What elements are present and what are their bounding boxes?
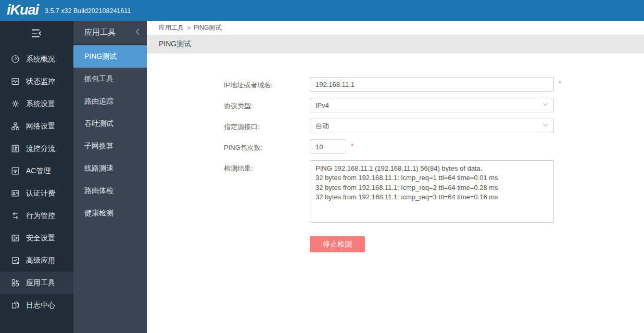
- sidebar-item[interactable]: 系统概况: [0, 48, 73, 70]
- breadcrumb-current: PING测试: [194, 23, 221, 32]
- firmware-version: 3.5.7 x32 Build202108241611: [45, 7, 131, 15]
- interface-selected-value: 自动: [315, 121, 329, 131]
- result-label: 检测结果:: [224, 160, 310, 173]
- sidebar-item-label: 网络设置: [26, 122, 55, 131]
- swap-arrows-icon: [10, 211, 20, 221]
- form-row-protocol: 协议类型: IPv4: [224, 98, 644, 112]
- sidebar-item-label: AC管理: [26, 166, 50, 176]
- page-title: PING测试: [159, 40, 191, 49]
- form-row-result: 检测结果: PING 192.168.11.1 (192.168.11.1) 5…: [224, 160, 644, 223]
- monitor-wave-icon: [10, 76, 20, 87]
- sidebar-item[interactable]: 日志中心: [0, 294, 73, 316]
- secondary-sidebar: 应用工具 PING测试抓包工具路由追踪吞吐测试子网换算线路测速路由体检健康检测: [73, 21, 147, 333]
- submenu-item[interactable]: 路由追踪: [73, 90, 147, 112]
- sidebar-item-label: 安全设置: [26, 234, 55, 243]
- ping-form: IP地址或者域名: * 协议类型: IPv4 指定源接口: 自动: [147, 54, 644, 252]
- sidebar-item-label: 应用工具: [26, 278, 55, 288]
- stop-test-button[interactable]: 停止检测: [310, 236, 365, 252]
- required-asterisk: *: [351, 139, 353, 150]
- protocol-selected-value: IPv4: [315, 101, 329, 109]
- sidebar-item-label: 系统设置: [26, 99, 55, 109]
- sidebar-item-label: 认证计费: [26, 189, 55, 198]
- interface-label: 指定源接口:: [224, 119, 310, 132]
- sidebar-item[interactable]: 行为管控: [0, 204, 73, 227]
- id-card-icon: [10, 188, 20, 199]
- submenu-title: 应用工具: [84, 28, 116, 37]
- collapse-menu-button[interactable]: [0, 21, 73, 48]
- gear-icon: [10, 99, 20, 109]
- hamburger-collapse-icon: [30, 28, 44, 41]
- form-row-ip: IP地址或者域名: *: [224, 77, 644, 92]
- submenu-item[interactable]: 健康检测: [73, 202, 147, 224]
- wifi-icon: [10, 166, 20, 176]
- breadcrumb-separator: >: [187, 24, 191, 32]
- page-title-bar: PING测试: [147, 35, 644, 54]
- primary-menu: 系统概况状态监控系统设置网络设置流控分流AC管理认证计费行为管控安全设置高级应用…: [0, 48, 73, 316]
- sidebar-item-label: 日志中心: [26, 301, 55, 310]
- sidebar-item[interactable]: 认证计费: [0, 182, 73, 204]
- sidebar-item[interactable]: 应用工具: [0, 272, 73, 294]
- sidebar-item[interactable]: AC管理: [0, 160, 73, 182]
- ikuai-logo: iKuai: [7, 0, 39, 20]
- submenu-header: 应用工具: [73, 21, 147, 45]
- button-row: 停止检测: [310, 236, 644, 252]
- ip-label: IP地址或者域名:: [224, 77, 310, 90]
- sidebar-item-label: 高级应用: [26, 256, 55, 265]
- sidebar-item[interactable]: 高级应用: [0, 249, 73, 272]
- sidebar-item[interactable]: 流控分流: [0, 137, 73, 160]
- ping-count-input[interactable]: [310, 139, 346, 154]
- tools-grid-icon: [10, 278, 20, 288]
- app-check-icon: [10, 255, 20, 266]
- ping-count-label: PING包次数:: [224, 139, 310, 152]
- chevron-left-icon[interactable]: [134, 28, 141, 37]
- main-content: 应用工具 > PING测试 PING测试 IP地址或者域名: * 协议类型: I…: [147, 21, 644, 333]
- sidebar-item-label: 状态监控: [26, 77, 55, 86]
- submenu-item[interactable]: PING测试: [73, 45, 147, 68]
- firewall-icon: [10, 233, 20, 244]
- top-bar: iKuai 3.5.7 x32 Build202108241611: [0, 0, 644, 21]
- sidebar-item-label: 行为管控: [26, 211, 55, 221]
- required-asterisk: *: [559, 77, 561, 87]
- gauge-icon: [10, 54, 20, 65]
- submenu-item[interactable]: 抓包工具: [73, 68, 147, 90]
- sliders-icon: [10, 144, 20, 154]
- sidebar-item-label: 系统概况: [26, 55, 55, 64]
- chevron-down-icon: [542, 101, 549, 109]
- submenu-item[interactable]: 线路测速: [73, 157, 147, 180]
- primary-sidebar: 系统概况状态监控系统设置网络设置流控分流AC管理认证计费行为管控安全设置高级应用…: [0, 21, 73, 333]
- submenu-item[interactable]: 路由体检: [73, 180, 147, 202]
- app-body: 系统概况状态监控系统设置网络设置流控分流AC管理认证计费行为管控安全设置高级应用…: [0, 21, 644, 333]
- ping-result-output[interactable]: PING 192.168.11.1 (192.168.11.1) 56(84) …: [310, 160, 554, 223]
- protocol-select[interactable]: IPv4: [310, 98, 554, 112]
- sidebar-item[interactable]: 网络设置: [0, 115, 73, 137]
- submenu-item[interactable]: 子网换算: [73, 135, 147, 157]
- sidebar-item[interactable]: 状态监控: [0, 70, 73, 93]
- breadcrumb-parent[interactable]: 应用工具: [159, 23, 184, 32]
- breadcrumb: 应用工具 > PING测试: [147, 21, 644, 35]
- sidebar-item[interactable]: 安全设置: [0, 227, 73, 249]
- sidebar-item-label: 流控分流: [26, 144, 55, 153]
- sidebar-item[interactable]: 系统设置: [0, 93, 73, 115]
- network-icon: [10, 121, 20, 132]
- source-interface-select[interactable]: 自动: [310, 119, 554, 133]
- chevron-down-icon: [542, 122, 549, 130]
- submenu-list: PING测试抓包工具路由追踪吞吐测试子网换算线路测速路由体检健康检测: [73, 45, 147, 224]
- ip-input[interactable]: [310, 77, 554, 92]
- protocol-label: 协议类型:: [224, 98, 310, 111]
- form-row-count: PING包次数: *: [224, 139, 644, 154]
- submenu-item[interactable]: 吞吐测试: [73, 112, 147, 135]
- form-row-interface: 指定源接口: 自动: [224, 119, 644, 133]
- log-copy-icon: [10, 300, 20, 311]
